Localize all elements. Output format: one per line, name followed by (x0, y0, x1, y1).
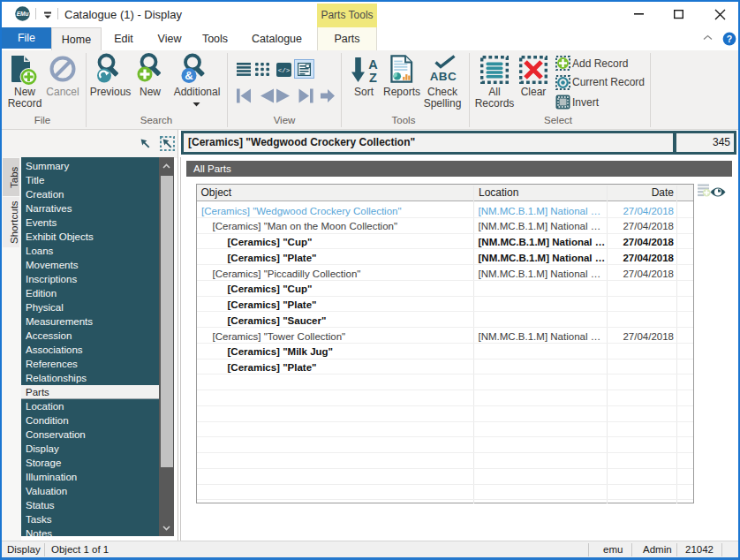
svg-text:&: & (185, 69, 193, 82)
svg-text:ABC: ABC (430, 70, 457, 83)
svg-text:EMu: EMu (17, 11, 29, 17)
svg-text:Z: Z (369, 71, 377, 85)
svg-text:?: ? (727, 34, 732, 44)
svg-text:</>: </> (278, 67, 291, 74)
